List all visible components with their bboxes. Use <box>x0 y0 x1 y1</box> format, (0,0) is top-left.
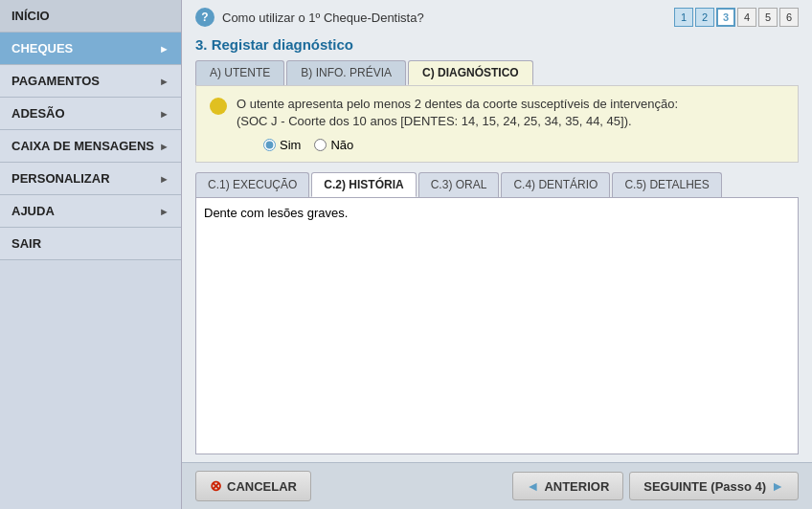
sidebar: INÍCIOCHEQUES►PAGAMENTOS►ADESÃO►CAIXA DE… <box>0 0 182 509</box>
anterior-icon: ◄ <box>527 478 540 494</box>
cancel-icon: ⊗ <box>210 477 222 495</box>
cancel-button[interactable]: ⊗ CANCELAR <box>195 471 311 501</box>
sidebar-item-cheques[interactable]: CHEQUES► <box>0 33 181 65</box>
step-6[interactable]: 6 <box>779 8 799 27</box>
sidebar-item-inicio[interactable]: INÍCIO <box>0 0 181 33</box>
main-content: ? Como utilizar o 1º Cheque-Dentista? 12… <box>182 0 812 509</box>
radio-sim-input[interactable] <box>263 139 276 151</box>
chevron-right-icon: ► <box>159 206 169 217</box>
step-3[interactable]: 3 <box>716 8 735 27</box>
radio-sim[interactable]: Sim <box>263 138 301 152</box>
step-indicators: 123456 <box>674 8 799 27</box>
radio-nao-label: Não <box>330 138 353 152</box>
chevron-right-icon: ► <box>159 108 169 120</box>
anterior-label: ANTERIOR <box>544 479 609 494</box>
info-text-line2: (SOC J - Coorte dos 10 anos [DENTES: 14,… <box>237 113 678 130</box>
help-text: Como utilizar o 1º Cheque-Dentista? <box>222 11 666 25</box>
chevron-right-icon: ► <box>159 173 169 185</box>
seguinte-icon: ► <box>771 478 784 494</box>
sidebar-item-label: AJUDA <box>11 204 55 218</box>
textarea-panel <box>195 197 799 454</box>
sidebar-item-label: ADESÃO <box>11 106 65 121</box>
help-icon[interactable]: ? <box>195 8 214 27</box>
step-5[interactable]: 5 <box>758 8 778 27</box>
sidebar-item-caixa-mensagens[interactable]: CAIXA DE MENSAGENS► <box>0 130 181 163</box>
sidebar-item-adesao[interactable]: ADESÃO► <box>0 98 181 130</box>
sidebar-item-label: PERSONALIZAR <box>11 171 110 186</box>
main-tabs: A) UTENTEB) INFO. PRÉVIAC) DIAGNÓSTICO <box>195 60 799 85</box>
info-panel: O utente apresenta pelo menos 2 dentes d… <box>195 85 799 163</box>
nav-buttons: ◄ ANTERIOR SEGUINTE (Passo 4) ► <box>512 472 799 500</box>
radio-nao-input[interactable] <box>314 139 327 151</box>
seguinte-button[interactable]: SEGUINTE (Passo 4) ► <box>629 472 799 500</box>
step-2[interactable]: 2 <box>695 8 714 27</box>
tab-utente[interactable]: A) UTENTE <box>195 60 284 85</box>
step-4[interactable]: 4 <box>737 8 756 27</box>
subtab-detalhes[interactable]: C.5) DETALHES <box>612 172 721 197</box>
subtab-historia[interactable]: C.2) HISTÓRIA <box>311 172 416 197</box>
sidebar-item-personalizar[interactable]: PERSONALIZAR► <box>0 163 181 195</box>
anterior-button[interactable]: ◄ ANTERIOR <box>512 472 624 500</box>
sidebar-item-label: PAGAMENTOS <box>11 74 100 88</box>
subtab-execucao[interactable]: C.1) EXECUÇÃO <box>195 172 309 197</box>
topbar: ? Como utilizar o 1º Cheque-Dentista? 12… <box>182 0 812 33</box>
sidebar-item-label: INÍCIO <box>11 9 50 23</box>
chevron-right-icon: ► <box>159 43 169 55</box>
historia-textarea[interactable] <box>196 198 798 454</box>
sidebar-item-label: CAIXA DE MENSAGENS <box>11 139 154 153</box>
sidebar-item-ajuda[interactable]: AJUDA► <box>0 195 181 228</box>
cancel-label: CANCELAR <box>227 479 297 494</box>
subtab-dentario[interactable]: C.4) DENTÁRIO <box>501 172 610 197</box>
radio-nao[interactable]: Não <box>314 138 353 152</box>
radio-sim-label: Sim <box>280 138 301 152</box>
sub-tabs: C.1) EXECUÇÃOC.2) HISTÓRIAC.3) ORALC.4) … <box>195 172 799 197</box>
sidebar-item-sair[interactable]: SAIR <box>0 228 181 260</box>
page-title: 3. Registar diagnóstico <box>195 36 799 53</box>
subtab-oral[interactable]: C.3) ORAL <box>418 172 500 197</box>
info-text-line1: O utente apresenta pelo menos 2 dentes d… <box>237 96 678 113</box>
content-area: 3. Registar diagnóstico A) UTENTEB) INFO… <box>182 33 812 462</box>
bottom-bar: ⊗ CANCELAR ◄ ANTERIOR SEGUINTE (Passo 4)… <box>182 462 812 509</box>
tab-info-previa[interactable]: B) INFO. PRÉVIA <box>286 60 406 85</box>
sidebar-item-label: SAIR <box>11 236 41 251</box>
tab-diagnostico[interactable]: C) DIAGNÓSTICO <box>408 60 533 85</box>
chevron-right-icon: ► <box>159 141 169 152</box>
sidebar-item-label: CHEQUES <box>11 41 73 55</box>
sidebar-item-pagamentos[interactable]: PAGAMENTOS► <box>0 65 181 98</box>
step-1[interactable]: 1 <box>674 8 693 27</box>
status-indicator <box>210 98 227 115</box>
radio-group: Sim Não <box>237 138 678 152</box>
chevron-right-icon: ► <box>159 76 169 87</box>
seguinte-label: SEGUINTE (Passo 4) <box>643 479 766 494</box>
